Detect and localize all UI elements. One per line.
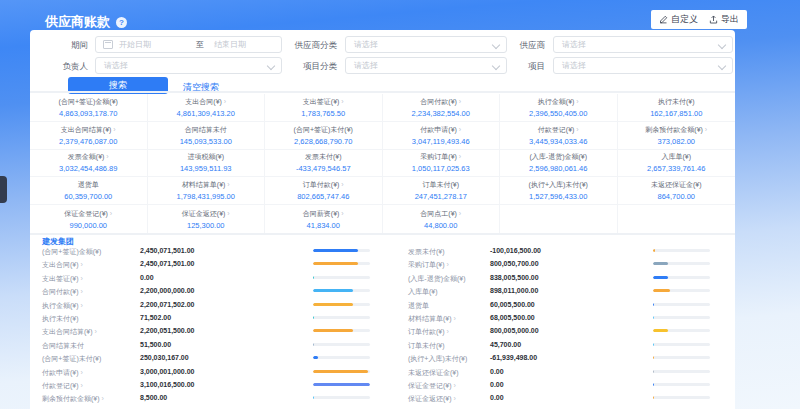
stat-card[interactable]: 保证金登记(¥)›990,000.00	[30, 205, 148, 233]
stat-card: (合同+签证)未付(¥)2,628,668,790.70	[265, 122, 383, 150]
stat-card: 发票未付(¥)-433,479,546.57	[265, 150, 383, 178]
drilldown-arrow-icon[interactable]: ›	[81, 382, 83, 389]
drilldown-arrow-icon[interactable]: ›	[81, 302, 83, 309]
metric-row: 付款登记(¥)›3,100,016,500.00	[42, 378, 382, 391]
stat-card[interactable]: 支出合同结算(¥)›2,379,476,087.00	[30, 122, 148, 150]
metric-label[interactable]: 支出合同结算(¥)›	[42, 327, 97, 337]
metric-bar	[313, 343, 370, 346]
drilldown-arrow-icon[interactable]: ›	[459, 210, 461, 217]
stat-label: (合同+签证)金额(¥)	[59, 97, 118, 107]
stat-card[interactable]: 支出合同(¥)›4,861,309,413.20	[148, 94, 266, 122]
stat-card[interactable]: 合同点工(¥)›44,800.00	[383, 205, 501, 233]
drilldown-arrow-icon[interactable]: ›	[102, 395, 104, 402]
metric-value: 0.00	[490, 381, 504, 388]
metric-value: 0.00	[140, 274, 154, 281]
metric-row: (合同+签证)金额(¥)2,450,071,501.00	[42, 244, 382, 257]
metric-label[interactable]: 采购订单(¥)›	[408, 260, 449, 270]
drilldown-arrow-icon[interactable]: ›	[459, 126, 461, 133]
drilldown-arrow-icon[interactable]: ›	[227, 181, 229, 188]
stat-card[interactable]: 付款申请(¥)›3,047,119,493.46	[383, 122, 501, 150]
project-select[interactable]: 请选择	[553, 57, 733, 74]
drilldown-arrow-icon[interactable]: ›	[459, 98, 461, 105]
stat-label: 未返还保证金(¥)	[651, 180, 702, 190]
drilldown-arrow-icon[interactable]: ›	[227, 210, 229, 217]
drilldown-arrow-icon[interactable]: ›	[95, 328, 97, 335]
stat-card[interactable]: 合同薪资(¥)›41,834.00	[265, 205, 383, 233]
stat-value: 3,032,454,486.89	[59, 164, 117, 173]
metric-row: (执行+入库)未付(¥)-61,939,498.00	[408, 351, 728, 364]
stat-card[interactable]: 发票金额(¥)›3,032,454,486.89	[30, 150, 148, 178]
drilldown-arrow-icon[interactable]: ›	[454, 315, 456, 322]
sidebar-collapse-handle[interactable]	[0, 176, 7, 203]
metric-label[interactable]: 保证金返还(¥)›	[408, 394, 456, 404]
drilldown-arrow-icon[interactable]: ›	[341, 98, 343, 105]
stat-card[interactable]: 保证金返还(¥)›125,300.00	[148, 205, 266, 233]
stat-label: 执行金额(¥)›	[538, 97, 579, 107]
stat-card[interactable]: 合同付款(¥)›2,234,382,554.00	[383, 94, 501, 122]
metric-label[interactable]: 剩余预付款金额(¥)›	[42, 394, 104, 404]
drilldown-arrow-icon[interactable]: ›	[341, 210, 343, 217]
metric-label[interactable]: 订单付款(¥)›	[408, 327, 449, 337]
drilldown-arrow-icon[interactable]: ›	[447, 328, 449, 335]
drilldown-arrow-icon[interactable]: ›	[81, 369, 83, 376]
select-placeholder: 请选择	[354, 60, 378, 71]
stat-card[interactable]: 剩余预付款金额(¥)›373,082.00	[618, 122, 736, 150]
drilldown-arrow-icon[interactable]: ›	[447, 261, 449, 268]
stat-card[interactable]: 采购订单(¥)›1,050,117,025.63	[383, 150, 501, 178]
supplier-select[interactable]: 请选择	[553, 36, 733, 53]
metric-label[interactable]: 保证金登记(¥)›	[408, 381, 456, 391]
stat-label: 退货单	[78, 180, 99, 190]
export-button[interactable]: 导出	[701, 10, 747, 29]
metric-label[interactable]: 执行金额(¥)›	[42, 301, 83, 311]
drilldown-arrow-icon[interactable]: ›	[81, 261, 83, 268]
stat-card[interactable]: 付款登记(¥)›3,445,934,033.46	[500, 122, 618, 150]
metric-value: 68,005,500.00	[490, 314, 535, 321]
metric-bar	[653, 383, 710, 386]
drilldown-arrow-icon[interactable]: ›	[705, 126, 707, 133]
stat-card[interactable]: 订单付款(¥)›802,665,747.46	[265, 177, 383, 205]
customize-label: 自定义	[671, 13, 698, 26]
stat-card[interactable]: 执行金额(¥)›2,396,550,405.00	[500, 94, 618, 122]
metric-label[interactable]: 支出合同(¥)›	[42, 260, 83, 270]
metric-row: 保证金登记(¥)›0.00	[408, 378, 728, 391]
drilldown-arrow-icon[interactable]: ›	[459, 153, 461, 160]
metric-label[interactable]: 支出签证(¥)›	[42, 274, 83, 284]
stat-value: 2,628,668,790.70	[294, 137, 352, 146]
select-placeholder: 请选择	[562, 60, 586, 71]
stat-cell-empty	[500, 205, 618, 233]
drilldown-arrow-icon[interactable]: ›	[576, 98, 578, 105]
drilldown-arrow-icon[interactable]: ›	[341, 181, 343, 188]
stat-value: 162,167,851.00	[650, 109, 702, 118]
stat-card: 入库单(¥)2,657,339,761.46	[618, 150, 736, 178]
drilldown-arrow-icon[interactable]: ›	[106, 153, 108, 160]
metric-row: (入库-退货)金额(¥)838,005,500.00	[408, 271, 728, 284]
drilldown-arrow-icon[interactable]: ›	[81, 275, 83, 282]
stat-label: (入库-退货)金额(¥)	[529, 152, 587, 162]
help-icon[interactable]: ?	[116, 17, 127, 28]
drilldown-arrow-icon[interactable]: ›	[576, 126, 578, 133]
drilldown-arrow-icon[interactable]: ›	[454, 382, 456, 389]
date-to-label: 至	[186, 39, 214, 50]
customize-button[interactable]: 自定义	[651, 10, 706, 29]
stat-label: 保证金登记(¥)›	[64, 209, 112, 219]
drilldown-arrow-icon[interactable]: ›	[113, 126, 115, 133]
metric-label[interactable]: 付款登记(¥)›	[42, 381, 83, 391]
metric-value: 0.00	[490, 394, 504, 401]
metric-row: (合同+签证)未付(¥)250,030,167.00	[42, 351, 382, 364]
metric-bar	[653, 249, 710, 252]
stat-value: 2,234,382,554.00	[412, 109, 470, 118]
stat-card[interactable]: 材料结算单(¥)›1,798,431,995.00	[148, 177, 266, 205]
stat-label: (执行+入库)未付(¥)	[529, 180, 588, 190]
drilldown-arrow-icon[interactable]: ›	[81, 288, 83, 295]
metric-bar	[313, 303, 370, 306]
drilldown-arrow-icon[interactable]: ›	[224, 98, 226, 105]
drilldown-arrow-icon[interactable]: ›	[110, 210, 112, 217]
stat-card[interactable]: 支出签证(¥)›1,783,765.50	[265, 94, 383, 122]
stat-value: 1,050,117,025.63	[412, 164, 470, 173]
stat-value: 3,445,934,033.46	[529, 137, 587, 146]
metric-label[interactable]: 材料结算单(¥)›	[408, 314, 456, 324]
metric-bar	[653, 343, 710, 346]
drilldown-arrow-icon[interactable]: ›	[454, 395, 456, 402]
metric-label[interactable]: 付款申请(¥)›	[42, 368, 83, 378]
metric-label[interactable]: 合同付款(¥)›	[42, 287, 83, 297]
